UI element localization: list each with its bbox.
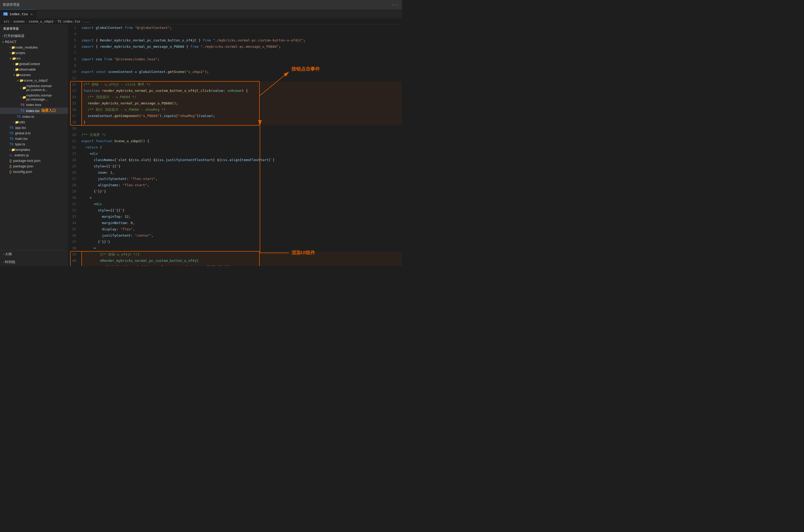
code-content: 3 4 5 6 7 8 9 10 11 12 13 14 15 16 17 18 [68, 25, 402, 266]
code-line-38: > [81, 245, 402, 251]
code-line-9 [81, 62, 402, 69]
sidebar-item-tsconfig[interactable]: {} tsconfig.json [0, 169, 68, 174]
item-label: package.json [13, 164, 33, 168]
code-line-4 [81, 31, 402, 37]
sidebar-item-mybricks-custom-b[interactable]: › 📁 mybricks.normal-pc.custom-b... [0, 83, 68, 93]
sidebar-item-eslintrc[interactable]: ⊙ .eslintrc.js [0, 152, 68, 158]
tab-label: index.tsx [10, 12, 28, 16]
json-file-icon: {} [10, 170, 12, 174]
item-label: scene_u_zdqo2 [24, 78, 48, 82]
item-label: scripts [15, 51, 25, 55]
app-container: 资源管理器 ··· TS index.tsx × src › scenes › … [0, 0, 402, 266]
tab-index-tsx[interactable]: TS index.tsx × [0, 10, 36, 18]
folder-icon: 📁 [15, 62, 19, 66]
sidebar-react-section[interactable]: ∨ REACT [0, 39, 68, 44]
breadcrumb-scenes[interactable]: scenes [13, 20, 25, 23]
timeline-label: 时间线 [5, 260, 15, 264]
sidebar-item-scene-u-zdqo2[interactable]: ∨ 📂 scene_u_zdqo2 [0, 78, 68, 83]
item-label: package-lock.json [13, 159, 40, 163]
sidebar-item-index-less[interactable]: TS index.less [0, 102, 68, 108]
sidebar: 资源管理器 › 打开的编辑器 ∨ REACT › 📁 node_modules … [0, 25, 68, 266]
chevron-right-icon: › [13, 68, 14, 71]
sidebar-item-globalcontext[interactable]: › 📁 globalContext [0, 61, 68, 66]
chevron-down-icon: ∨ [13, 73, 15, 76]
item-label: main.tsx [15, 137, 28, 140]
json-file-icon: {} [10, 159, 12, 163]
outline-section[interactable]: › 大纲 [0, 250, 68, 258]
item-label: globalContext [19, 62, 40, 66]
ts-file-icon: TS [10, 142, 13, 146]
chevron-right-icon: › [3, 261, 4, 264]
sidebar-open-editors[interactable]: › 打开的编辑器 [0, 33, 68, 39]
folder-icon: 📂 [12, 57, 16, 60]
sidebar-item-utils[interactable]: › 📁 utils [0, 119, 68, 125]
tabs-bar: TS index.tsx × [0, 10, 402, 19]
breadcrumb-scene[interactable]: scene_u_zdqo2 [29, 20, 54, 23]
chevron-right-icon: › [13, 62, 14, 65]
folder-icon: 📁 [22, 95, 26, 99]
sidebar-item-app-tsx[interactable]: TS app.tsx [0, 125, 68, 130]
sidebar-header: 资源管理器 [0, 25, 68, 33]
chevron-right-icon: › [10, 148, 10, 151]
breadcrumb-more[interactable]: ... [84, 20, 90, 23]
scene-entry-label: 场景入口 [41, 108, 56, 113]
sidebar-item-index-tsx[interactable]: TS index.tsx 场景入口 [0, 108, 68, 114]
code-line-8: import css from "@/scenes/index.less"; [81, 56, 402, 62]
title-bar-menu[interactable]: ··· [392, 3, 399, 7]
item-label: global.d.ts [15, 131, 31, 135]
sidebar-item-scenes[interactable]: ∨ 📂 scenes [0, 72, 68, 78]
item-label: index.ts [22, 115, 34, 118]
code-line-37: {'}}'} [81, 239, 402, 245]
code-line-18: } [81, 119, 402, 126]
sidebar-item-src[interactable]: ∨ 📂 src [0, 56, 68, 61]
chevron-down-icon: ∨ [10, 57, 11, 60]
chevron-right-icon: › [20, 96, 21, 99]
code-editor[interactable]: 3 4 5 6 7 8 9 10 11 12 13 14 15 16 17 18 [68, 25, 402, 266]
tsx-file-icon: TS [10, 126, 13, 130]
code-line-26: zoom: 1, [81, 169, 402, 176]
folder-icon: 📁 [15, 68, 19, 71]
chevron-right-icon: › [10, 46, 10, 49]
sidebar-item-global-d-ts[interactable]: TS global.d.ts [0, 130, 68, 136]
tab-close-button[interactable]: × [31, 12, 33, 16]
code-line-3: import globalContext from "@/globalConte… [81, 25, 402, 31]
sidebar-item-type-ts[interactable]: TS type.ts [0, 141, 68, 147]
ts-file-icon: TS [3, 12, 8, 16]
chevron-down-icon: ∨ [17, 79, 19, 82]
line-numbers: 3 4 5 6 7 8 9 10 11 12 13 14 15 16 17 18 [68, 25, 79, 266]
breadcrumb-file[interactable]: TS index.tsx [57, 20, 80, 23]
tsx-file-icon: TS [10, 137, 13, 140]
item-label: .eslintrc.js [14, 153, 29, 157]
item-label: observable [19, 68, 36, 71]
code-line-28: alignItems: "flex-start", [81, 182, 402, 188]
code-line-10: export const sceneContext = globalContex… [81, 69, 402, 75]
code-line-29: {'}}'} [81, 188, 402, 195]
item-label: index.tsx [26, 109, 39, 113]
code-line-20: /** 主场景 */ [81, 132, 402, 138]
title-bar-title: 资源管理器 [3, 2, 20, 7]
sidebar-item-mybricks-message[interactable]: › 📁 mybricks.normal-pc.message... [0, 93, 68, 102]
code-line-36: justifyContent: "center", [81, 232, 402, 239]
sidebar-item-node-modules[interactable]: › 📁 node_modules [0, 44, 68, 50]
folder-icon: 📂 [16, 73, 20, 77]
code-line-22: return ( [81, 144, 402, 151]
timeline-section[interactable]: › 时间线 [0, 258, 68, 266]
title-bar: 资源管理器 ··· [0, 0, 402, 10]
code-line-34: marginBottom: 0, [81, 220, 402, 226]
sidebar-item-observable[interactable]: › 📁 observable [0, 66, 68, 72]
sidebar-item-package-json[interactable]: {} package.json [0, 164, 68, 169]
sidebar-item-main-tsx[interactable]: TS main.tsx [0, 136, 68, 141]
sidebar-item-templates[interactable]: › 📁 templates [0, 147, 68, 152]
item-label: tsconfig.json [13, 170, 32, 174]
code-line-31: <div [81, 201, 402, 207]
sidebar-item-index-ts[interactable]: TS index.ts [0, 114, 68, 119]
code-line-27: justifyContent: "flex-start", [81, 176, 402, 182]
code-line-15: render_mybricks_normal_pc_message_u_PQ68… [81, 100, 402, 107]
chevron-right-icon: › [2, 35, 3, 38]
sidebar-item-package-lock[interactable]: {} package-lock.json [0, 158, 68, 164]
sidebar-item-scripts[interactable]: › 📁 scripts [0, 50, 68, 56]
breadcrumb-src[interactable]: src [4, 20, 10, 23]
folder-icon: 📁 [11, 148, 15, 152]
code-line-23: <div [81, 151, 402, 157]
folder-icon: 📂 [20, 79, 24, 82]
